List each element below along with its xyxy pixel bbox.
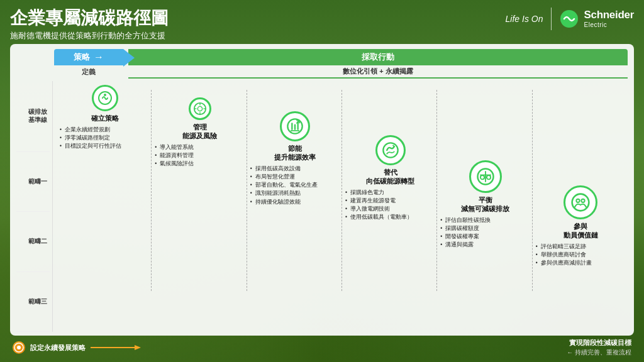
lowcarbon-icon-svg — [382, 141, 399, 159]
svg-point-10 — [383, 143, 397, 157]
step3-bullet5: 持續優化驗證效能 — [250, 198, 341, 206]
step4-bullet1: 採購綠色電力 — [345, 189, 436, 197]
main-container: 企業專屬減碳路徑圖 施耐德電機提供從策略到行動的全方位支援 Life Is On… — [0, 0, 644, 362]
step3-bullet1: 採用低碳高效設備 — [250, 165, 341, 173]
steps-container: 確立策略 企業永續經營規劃 淨零減碳路徑制定 目標設定與可行性評估 — [53, 81, 628, 332]
sidebar-labels: 碳排放基準線 範疇一 範疇二 範疇三 — [16, 81, 53, 332]
header-right: Life Is On Schneider Electric — [506, 8, 634, 30]
footer-right-text: 實現階段性減碳目標 — [569, 338, 631, 348]
svg-point-2 — [104, 94, 106, 96]
left-spacer — [16, 49, 54, 65]
step4-name: 替代向低碳能源轉型 — [366, 168, 414, 185]
step6-name: 參與動員價值鏈 — [564, 222, 598, 239]
step5-name: 平衡減無可減碳排放 — [461, 195, 509, 213]
step5-bullets: 評估自願性碳抵換 採購碳權額度 開發碳權專案 溝通與揭露 — [440, 216, 531, 250]
strategy-header: 策略 → — [54, 49, 123, 65]
define-sub: 定義 — [54, 66, 123, 78]
schneider-logo: Schneider Electric — [559, 9, 635, 29]
step3-name: 節能提升能源效率 — [274, 144, 316, 162]
step5-bullet4: 溝通與揭露 — [440, 241, 531, 249]
schneider-name: Schneider — [584, 9, 635, 21]
footer-left: 設定永續發展策略 — [13, 341, 141, 354]
step3-bullet4: 識別能源消耗熱點 — [250, 189, 341, 197]
step4-bullet4: 使用低碳載具（電動車） — [345, 213, 436, 221]
step2-bullet2: 能源資料管理 — [154, 151, 245, 160]
step-confirm-strategy: 確立策略 企業永續經營規劃 淨零減碳路徑制定 目標設定與可行性評估 — [58, 84, 152, 297]
schneider-icon — [559, 9, 579, 29]
step6-bullet1: 評估範疇三碳足跡 — [535, 243, 626, 251]
step2-bullets: 導入能管系統 能源資料管理 氣候風險評估 — [154, 143, 245, 168]
action-sub: 數位化引領 + 永續揭露 — [128, 65, 628, 79]
step3-icon — [280, 111, 310, 141]
step-balance: 平衡減無可減碳排放 評估自願性碳抵換 採購碳權額度 開發碳權專案 溝通與揭露 — [438, 84, 532, 297]
svg-marker-22 — [135, 345, 141, 350]
step3-bullet2: 布局智慧化營運 — [250, 173, 341, 181]
manage-icon-svg — [193, 102, 207, 116]
svg-point-14 — [480, 175, 484, 179]
sub-title: 施耐德電機提供從策略到行動的全方位支援 — [10, 30, 169, 41]
schneider-text-block: Schneider Electric — [584, 9, 635, 28]
step-engage: 參與動員價值鏈 評估範疇三碳足跡 舉辦供應商研討會 參與供應商減排計畫 — [534, 84, 628, 297]
svg-point-18 — [582, 199, 585, 202]
sidebar-scope3: 範疇三 — [16, 272, 50, 332]
header: 企業專屬減碳路徑圖 施耐德電機提供從策略到行動的全方位支援 Life Is On… — [10, 8, 634, 41]
strategy-icon-svg — [97, 90, 113, 106]
strategy-label: 策略 — [74, 52, 90, 63]
header-left: 企業專屬減碳路徑圖 施耐德電機提供從策略到行動的全方位支援 — [10, 8, 169, 41]
svg-point-16 — [572, 194, 589, 211]
baseline-text: 碳排放基準線 — [28, 108, 47, 124]
sidebar-scope1: 範疇一 — [16, 152, 50, 212]
step1-name: 確立策略 — [91, 114, 119, 123]
step6-bullet3: 參與供應商減排計畫 — [535, 259, 626, 267]
schneider-sub: Electric — [584, 21, 635, 28]
phase-headers: 策略 → 採取行動 — [16, 49, 628, 65]
step4-icon — [375, 135, 406, 165]
step6-bullets: 評估範疇三碳足跡 舉辦供應商研討會 參與供應商減排計畫 — [535, 243, 626, 268]
step2-bullet1: 導入能管系統 — [154, 143, 245, 151]
step1-bullet2: 淨零減碳路徑制定 — [59, 134, 150, 142]
balance-icon-svg — [476, 167, 495, 186]
step6-icon — [564, 185, 597, 219]
footer-dot-left — [13, 341, 25, 354]
footer-arrow-line — [91, 344, 141, 351]
step5-bullet1: 評估自願性碳抵換 — [440, 216, 531, 224]
svg-point-15 — [487, 175, 491, 179]
footer-right: 實現階段性減碳目標 ← 持續完善、重複流程 — [567, 338, 631, 357]
efficiency-icon-svg — [286, 118, 304, 135]
sub-headers: 定義 數位化引領 + 永續揭露 — [16, 65, 628, 79]
svg-point-20 — [17, 346, 21, 349]
step5-bullet2: 採購碳權額度 — [440, 224, 531, 233]
step3-bullets: 採用低碳高效設備 布局智慧化營運 部署自動化、電氣化生產 識別能源消耗熱點 持續… — [250, 165, 341, 206]
step-low-carbon: 替代向低碳能源轉型 採購綠色電力 建置再生能源發電 導入微電網技術 使用低碳載具… — [343, 84, 437, 297]
step1-icon — [92, 85, 118, 111]
content-area: 策略 → 採取行動 定義 數位化引領 + 永續揭露 碳排放基準線 範疇一 範疇二… — [10, 44, 634, 336]
step1-bullets: 企業永續經營規劃 淨零減碳路徑制定 目標設定與可行性評估 — [59, 126, 150, 151]
footer: 設定永續發展策略 實現階段性減碳目標 ← 持續完善、重複流程 — [10, 338, 634, 357]
step4-bullet2: 建置再生能源發電 — [345, 197, 436, 205]
step1-bullet1: 企業永續經營規劃 — [59, 126, 150, 134]
step-energy-efficiency: 節能提升能源效率 採用低碳高效設備 布局智慧化營運 部署自動化、電氣化生產 識別… — [248, 84, 342, 297]
step3-bullet3: 部署自動化、電氣化生產 — [250, 181, 341, 189]
sidebar-scope2: 範疇二 — [16, 212, 50, 272]
step2-icon — [189, 97, 211, 120]
step-manage-energy: 管理能源及風險 導入能管系統 能源資料管理 氣候風險評估 — [153, 84, 247, 297]
step4-bullet3: 導入微電網技術 — [345, 205, 436, 213]
step4-bullets: 採購綠色電力 建置再生能源發電 導入微電網技術 使用低碳載具（電動車） — [345, 189, 436, 222]
step1-bullet3: 目標設定與可行性評估 — [59, 142, 150, 150]
brand-text: Life Is On — [506, 14, 543, 24]
svg-point-17 — [577, 199, 580, 202]
action-label: 採取行動 — [362, 52, 394, 63]
step5-icon — [469, 160, 502, 193]
footer-right-sub: ← 持續完善、重複流程 — [567, 348, 631, 357]
footer-left-text: 設定永續發展策略 — [30, 343, 86, 353]
content-inner: 碳排放基準線 範疇一 範疇二 範疇三 確立策略 — [16, 81, 628, 332]
step5-bullet3: 開發碳權專案 — [440, 233, 531, 241]
svg-point-4 — [197, 106, 202, 111]
engage-icon-svg — [570, 192, 591, 212]
header-divider — [551, 8, 552, 30]
footer-dot-icon — [14, 343, 24, 353]
main-title: 企業專屬減碳路徑圖 — [10, 8, 169, 29]
strategy-arrow: → — [94, 52, 104, 63]
sidebar-baseline: 碳排放基準線 — [16, 81, 50, 152]
step6-bullet2: 舉辦供應商研討會 — [535, 251, 626, 259]
